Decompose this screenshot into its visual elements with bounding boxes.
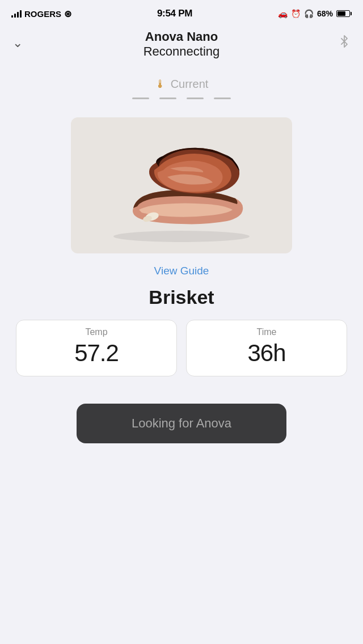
carrier-label: ROGERS <box>24 9 61 19</box>
status-right: 🚗 ⏰ 🎧 68% <box>278 9 352 18</box>
headphone-icon: 🎧 <box>304 9 314 18</box>
status-time: 9:54 PM <box>157 8 192 19</box>
current-dashes <box>132 98 231 99</box>
current-section: 🌡 Current <box>0 62 363 106</box>
signal-icon <box>11 10 22 18</box>
time-label: Time <box>257 327 277 337</box>
view-guide-section: View Guide <box>0 265 363 277</box>
temp-card[interactable]: Temp 57.2 <box>16 320 177 376</box>
dash-4 <box>214 98 231 99</box>
dash-3 <box>187 98 204 99</box>
dash-1 <box>132 98 149 99</box>
chevron-down-icon[interactable]: ⌄ <box>12 36 23 50</box>
time-card[interactable]: Time 36h <box>186 320 347 376</box>
connection-status: Reconnecting <box>143 44 220 59</box>
alarm-icon: ⏰ <box>291 9 301 18</box>
dash-2 <box>159 98 176 99</box>
temp-value: 57.2 <box>74 340 119 367</box>
thermometer-icon: 🌡 <box>155 78 166 91</box>
device-name: Anova Nano <box>143 29 220 44</box>
time-value: 36h <box>247 340 285 367</box>
current-text: Current <box>171 78 209 91</box>
nav-bar: ⌄ Anova Nano Reconnecting <box>0 25 363 62</box>
view-guide-link[interactable]: View Guide <box>154 265 209 277</box>
food-image <box>71 117 292 253</box>
temp-label: Temp <box>85 327 107 337</box>
wifi-icon: ⊛ <box>64 9 71 19</box>
current-label: 🌡 Current <box>155 78 209 91</box>
battery-percent: 68% <box>317 9 333 18</box>
battery-icon <box>336 10 352 17</box>
status-left: ROGERS ⊛ <box>11 9 71 19</box>
svg-point-0 <box>113 231 250 242</box>
car-icon: 🚗 <box>278 9 288 18</box>
bluetooth-icon[interactable] <box>338 35 351 51</box>
cards-row: Temp 57.2 Time 36h <box>0 320 363 376</box>
recipe-title: Brisket <box>0 286 363 308</box>
nav-title: Anova Nano Reconnecting <box>143 29 220 60</box>
status-bar: ROGERS ⊛ 9:54 PM 🚗 ⏰ 🎧 68% <box>0 0 363 25</box>
brisket-illustration <box>102 126 261 245</box>
bottom-section: Looking for Anova <box>0 390 363 461</box>
looking-for-anova-button[interactable]: Looking for Anova <box>77 404 286 443</box>
